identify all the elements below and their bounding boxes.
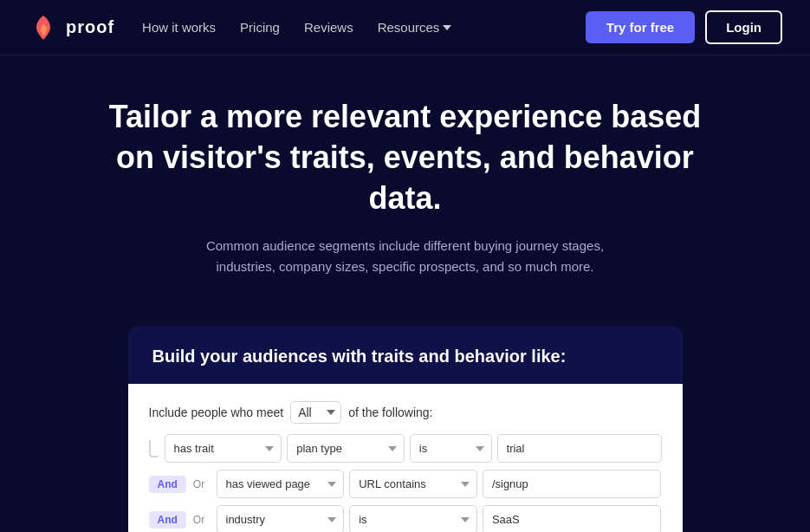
condition-suffix: of the following: (348, 405, 432, 419)
nav-how-it-works[interactable]: How it works (142, 20, 216, 35)
field-type-3[interactable]: industry has trait has viewed page E-mai… (217, 505, 345, 532)
navbar: proof How it works Pricing Reviews Resou… (0, 0, 810, 55)
field-val-1[interactable] (497, 434, 662, 463)
field-type-2[interactable]: has viewed page has trait industry E-mai… (217, 470, 345, 498)
field-prop-3[interactable]: is is not contains (349, 505, 477, 532)
logo-text: proof (66, 17, 114, 37)
field-val-2[interactable] (483, 470, 662, 498)
hero-section: Tailor a more relevant experience based … (0, 55, 810, 305)
and-tag-2[interactable]: And (149, 476, 186, 493)
and-tag-3[interactable]: And (149, 511, 186, 529)
builder-title: Build your audiences with traits and beh… (152, 347, 567, 366)
login-button[interactable]: Login (705, 10, 782, 44)
or-tag-2[interactable]: Or (190, 476, 208, 493)
nav-reviews[interactable]: Reviews (304, 20, 353, 35)
row-indent (149, 440, 158, 457)
hero-title: Tailor a more relevant experience based … (102, 97, 709, 218)
chevron-down-icon (443, 25, 451, 30)
row-fields-2: has viewed page has trait industry E-mai… (217, 470, 662, 498)
try-for-free-button[interactable]: Try for free (586, 11, 695, 43)
hero-subtitle: Common audience segments include differe… (189, 236, 622, 277)
nav-pricing[interactable]: Pricing (240, 20, 280, 35)
nav-resources[interactable]: Resources (378, 20, 452, 35)
condition-select[interactable]: All Any (290, 401, 341, 424)
builder-header: Build your audiences with traits and beh… (128, 326, 683, 384)
builder-body: Include people who meet All Any of the f… (128, 384, 683, 532)
field-val-3[interactable] (483, 505, 662, 532)
condition-header: Include people who meet All Any of the f… (149, 401, 662, 424)
rule-row-3: And Or industry has trait has viewed pag… (149, 505, 662, 532)
rule-row-1: has trait has viewed page industry E-mai… (149, 434, 662, 463)
field-op-1[interactable]: is is not (410, 434, 492, 463)
nav-actions: Try for free Login (586, 10, 782, 44)
field-prop-2[interactable]: URL contains URL is (349, 470, 477, 498)
logo[interactable]: proof (28, 12, 114, 43)
field-type-1[interactable]: has trait has viewed page industry E-mai… (165, 434, 282, 463)
rule-row-2: And Or has viewed page has trait industr… (149, 470, 662, 498)
logo-icon (28, 12, 59, 43)
row-fields-3: industry has trait has viewed page E-mai… (217, 505, 662, 532)
audience-builder: Build your audiences with traits and beh… (128, 326, 683, 532)
or-tag-3[interactable]: Or (190, 511, 208, 529)
nav-links: How it works Pricing Reviews Resources (142, 20, 586, 35)
row-fields-1: has trait has viewed page industry E-mai… (165, 434, 662, 463)
and-or-3: And Or (149, 511, 211, 529)
and-or-2: And Or (149, 476, 211, 493)
field-prop-1[interactable]: plan type (287, 434, 405, 463)
condition-prefix: Include people who meet (149, 405, 284, 419)
